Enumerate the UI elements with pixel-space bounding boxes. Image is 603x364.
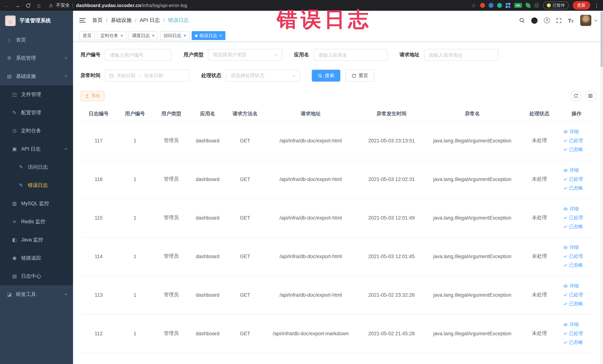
app-name-input[interactable]: [313, 49, 388, 61]
emoji-face-icon: [547, 3, 551, 7]
chevron-down-icon: [65, 56, 68, 59]
chevron-down-icon[interactable]: [594, 19, 597, 22]
bookmark-star-icon[interactable]: ☆: [471, 2, 476, 8]
cell-actions: 详细已处理已忽略: [560, 237, 593, 276]
sidebar-item-10[interactable]: ≡Redis 监控: [0, 212, 73, 231]
search-icon[interactable]: [519, 17, 525, 23]
sidebar-item-11[interactable]: ◧Java 监控: [0, 231, 73, 249]
tab-2[interactable]: 调度日志×: [129, 31, 158, 40]
detail-link[interactable]: 详细: [562, 243, 591, 252]
ignored-link[interactable]: 已忽略: [562, 145, 591, 154]
avatar[interactable]: [580, 15, 591, 26]
processed-link[interactable]: 已处理: [562, 213, 591, 222]
user-id-input[interactable]: [105, 49, 172, 61]
drop-extension-icon[interactable]: [488, 3, 493, 8]
grid-extension-icon[interactable]: [506, 3, 510, 8]
sidebar-item-1[interactable]: ⚙系统管理: [0, 49, 73, 67]
sidebar-item-6[interactable]: ▣API 日志: [0, 140, 73, 158]
breadcrumb: 首页/基础设施/API 日志/错误日志: [92, 17, 189, 24]
ignored-link[interactable]: 已忽略: [562, 338, 591, 347]
processed-link[interactable]: 已处理: [562, 252, 591, 261]
more-menu-icon[interactable]: ⋮: [594, 2, 599, 8]
user-type-select[interactable]: 请选择用户类型: [208, 49, 282, 61]
ignored-link[interactable]: 已忽略: [562, 222, 591, 231]
sidebar-item-label: 研发工具: [16, 291, 36, 298]
reset-button[interactable]: 重置: [346, 70, 374, 82]
detail-link[interactable]: 详细: [562, 282, 591, 290]
sidebar-item-8[interactable]: ✎错误日志: [0, 176, 73, 194]
chrome-update-button[interactable]: 更新: [573, 1, 590, 10]
github-icon[interactable]: [531, 17, 538, 23]
sidebar-item-0[interactable]: ⌂首页: [0, 31, 73, 49]
puzzle-extension-icon[interactable]: [534, 3, 539, 8]
on-badge-extension-icon[interactable]: on: [514, 3, 522, 8]
search-button[interactable]: 搜索: [312, 70, 340, 82]
breadcrumb-item-0[interactable]: 首页: [92, 17, 103, 24]
cell-app: dashboard: [189, 237, 226, 276]
logo[interactable]: 芋道管理系统: [0, 11, 73, 31]
tab-1[interactable]: 定时任务×: [97, 31, 127, 40]
adblock-extension-icon[interactable]: [480, 3, 485, 8]
profile-paused-badge[interactable]: 已暂停: [543, 1, 568, 9]
chevron-up-icon: [65, 75, 68, 78]
process-status-select[interactable]: 请选择处理状态: [226, 70, 300, 82]
breadcrumb-item-1[interactable]: 基础设施: [111, 17, 132, 24]
scrollbar-thumb[interactable]: [600, 12, 603, 67]
sidebar-item-12[interactable]: ◉链路追踪: [0, 249, 73, 267]
processed-link[interactable]: 已处理: [562, 136, 591, 145]
close-icon[interactable]: ×: [220, 33, 222, 38]
processed-link[interactable]: 已处理: [562, 175, 591, 184]
check-icon: [563, 224, 568, 229]
detail-link[interactable]: 详细: [562, 204, 591, 213]
sidebar-item-13[interactable]: ▤日志中心: [0, 267, 73, 285]
sidebar-item-5[interactable]: ◷定时任务: [0, 122, 73, 140]
back-icon[interactable]: ←: [4, 2, 10, 9]
sidebar-item-2[interactable]: ▤基础设施: [0, 67, 73, 85]
sidebar-item-4[interactable]: ✎配置管理: [0, 104, 73, 122]
detail-link[interactable]: 详细: [562, 166, 591, 175]
sidebar-item-7[interactable]: ✎访问日志: [0, 158, 73, 176]
help-icon[interactable]: ?: [544, 17, 550, 23]
detail-label: 详细: [569, 243, 579, 252]
sidebar-item-3[interactable]: ◫文件管理: [0, 85, 73, 104]
tab-3[interactable]: 访问日志×: [160, 31, 189, 40]
breadcrumb-item-2[interactable]: API 日志: [140, 17, 160, 24]
calendar-icon: [109, 73, 114, 78]
hamburger-icon[interactable]: [79, 18, 86, 23]
leaf-extension-icon[interactable]: [525, 3, 530, 8]
sidebar-item-14[interactable]: ◪研发工具: [0, 285, 73, 303]
detail-link[interactable]: 详细: [562, 320, 591, 329]
date-range-picker[interactable]: 开始日期 - 结束日期: [105, 70, 189, 82]
export-button[interactable]: 导出: [81, 91, 104, 101]
processed-label: 已处理: [569, 175, 583, 184]
end-date-placeholder: 结束日期: [144, 72, 163, 79]
green-extension-icon[interactable]: [497, 3, 502, 8]
request-url-input[interactable]: [424, 49, 498, 61]
main-area: 首页/基础设施/API 日志/错误日志 ? TT 首页定时任务×调度日志×访问日…: [73, 11, 603, 364]
reload-icon[interactable]: [25, 3, 31, 8]
tab-0[interactable]: 首页: [79, 31, 95, 40]
column-settings-button[interactable]: [585, 91, 596, 101]
sidebar-item-9[interactable]: ▥MySQL 监控: [0, 194, 73, 212]
ignored-link[interactable]: 已忽略: [562, 184, 591, 192]
detail-link[interactable]: 详细: [562, 127, 591, 136]
ignored-link[interactable]: 已忽略: [562, 299, 591, 308]
close-icon[interactable]: ×: [184, 33, 186, 38]
home-icon-browser[interactable]: ⌂: [36, 2, 42, 9]
processed-link[interactable]: 已处理: [562, 329, 591, 338]
scrollbar[interactable]: [600, 11, 603, 364]
refresh-button[interactable]: [570, 91, 581, 101]
dev-tools-icon: ◪: [6, 292, 13, 297]
close-icon[interactable]: ×: [152, 33, 155, 38]
address-bar[interactable]: ⚠ 不安全 dashboard.yudao.iocoder.cn/infra/l…: [49, 2, 187, 9]
ignored-link[interactable]: 已忽略: [562, 261, 591, 270]
cell-time: 2021-05-03 12:02:31: [357, 160, 426, 199]
fullscreen-icon[interactable]: [556, 18, 562, 23]
cell-actions: 详细已处理已忽略: [560, 160, 593, 199]
font-size-icon[interactable]: TT: [568, 17, 574, 23]
cell-user-type: 管理员: [153, 199, 189, 237]
processed-link[interactable]: 已处理: [562, 290, 591, 299]
tab-4[interactable]: 错误日志×: [192, 31, 225, 40]
close-icon[interactable]: ×: [120, 33, 123, 38]
forward-icon[interactable]: →: [14, 2, 20, 9]
